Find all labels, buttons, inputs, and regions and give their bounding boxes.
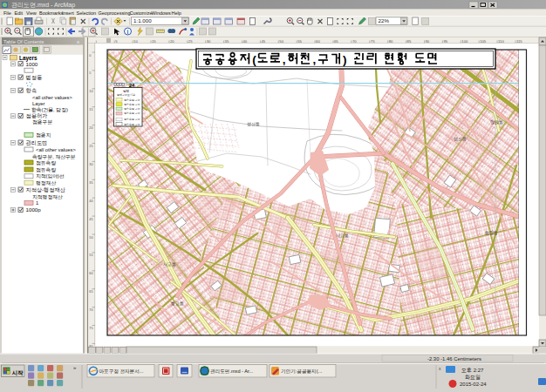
- svg-text:점유측량 구분: 점유측량 구분: [124, 107, 140, 111]
- svg-text:24: 24: [129, 83, 135, 88]
- svg-text:105: 105: [480, 39, 487, 44]
- svg-text:85: 85: [407, 39, 412, 44]
- svg-text:화요일: 화요일: [465, 375, 481, 380]
- svg-text:1000p: 1000p: [26, 206, 42, 213]
- svg-text:동교동: 동교동: [171, 301, 184, 306]
- svg-text:60: 60: [89, 272, 92, 275]
- svg-text:마포구청 전자문서...: 마포구청 전자문서...: [99, 368, 144, 374]
- svg-text:70: 70: [352, 39, 357, 44]
- svg-text:점유측량 구분: 점유측량 구분: [124, 118, 140, 121]
- svg-text:65: 65: [89, 290, 92, 294]
- svg-text:50: 50: [279, 39, 283, 44]
- svg-text:점유측량 구분: 점유측량 구분: [124, 103, 140, 106]
- svg-text:75: 75: [371, 39, 375, 44]
- svg-text:기안기:공공용지(...: 기안기:공공용지(...: [281, 368, 323, 375]
- svg-text:): ): [343, 53, 347, 66]
- svg-text:합정동: 합정동: [485, 230, 498, 236]
- svg-text:측량구분, 재산구분: 측량구분, 재산구분: [32, 154, 76, 159]
- svg-text:0: 0: [89, 54, 91, 57]
- svg-text:50: 50: [89, 236, 92, 240]
- svg-text:95: 95: [443, 39, 447, 44]
- svg-text:40: 40: [89, 199, 92, 203]
- svg-text:서교동: 서교동: [163, 261, 176, 267]
- svg-text:행정재산: 행정재산: [36, 180, 56, 186]
- svg-text:22%: 22%: [379, 17, 390, 24]
- svg-text:10: 10: [133, 39, 138, 44]
- svg-text:Edit: Edit: [15, 10, 24, 16]
- svg-text:100: 100: [461, 39, 468, 44]
- svg-text:i: i: [126, 29, 128, 35]
- svg-text:2015-02-24: 2015-02-24: [460, 382, 487, 387]
- svg-text:Bookmarks: Bookmarks: [39, 10, 64, 16]
- svg-text:15: 15: [152, 39, 156, 44]
- svg-text:1:1.000: 1:1.000: [133, 17, 152, 24]
- svg-text:x: x: [77, 39, 79, 44]
- svg-text:점용허가: 점용허가: [26, 112, 49, 118]
- svg-text:60: 60: [316, 39, 320, 44]
- svg-text:Help: Help: [172, 10, 181, 16]
- svg-text:1: 1: [36, 200, 38, 206]
- svg-text:Layer: Layer: [32, 101, 45, 106]
- svg-text:점유측량 구분: 점유측량 구분: [124, 123, 140, 126]
- svg-text:File: File: [3, 10, 11, 16]
- svg-text:20: 20: [89, 126, 92, 130]
- svg-text:65: 65: [334, 39, 338, 44]
- svg-text:70: 70: [89, 308, 92, 312]
- svg-text:점용지: 점용지: [36, 132, 51, 138]
- svg-text:5: 5: [89, 71, 91, 75]
- svg-text:10: 10: [89, 90, 92, 93]
- svg-text:15: 15: [89, 108, 92, 112]
- svg-text:<all other values>: <all other values>: [32, 95, 72, 100]
- svg-text:90: 90: [426, 39, 430, 44]
- svg-text:지적(임야)선: 지적(임야)선: [36, 173, 65, 179]
- svg-text:,: ,: [312, 53, 316, 66]
- svg-text:25: 25: [89, 145, 92, 148]
- svg-text:25: 25: [188, 39, 193, 44]
- svg-text:35: 35: [225, 39, 229, 44]
- svg-text:항측(건물, 담장): 항측(건물, 담장): [31, 107, 68, 112]
- svg-text:45: 45: [89, 218, 92, 221]
- svg-text:관리도면.mxd - Ar...: 관리도면.mxd - Ar...: [210, 368, 254, 374]
- svg-text:Windows: Windows: [152, 10, 172, 16]
- svg-text:35: 35: [89, 181, 92, 185]
- svg-text:범례구분표시함: 범례구분표시함: [117, 93, 135, 97]
- svg-text:관리도면: 관리도면: [26, 139, 48, 145]
- svg-text:75: 75: [89, 327, 92, 330]
- svg-text:지적상-행정재산: 지적상-행정재산: [26, 186, 65, 193]
- svg-text:Insert: Insert: [62, 10, 74, 16]
- svg-text:40: 40: [243, 39, 248, 44]
- svg-text:Geoprocessing: Geoprocessing: [99, 10, 131, 16]
- svg-text:45: 45: [261, 39, 265, 44]
- svg-text:View: View: [26, 10, 37, 16]
- svg-text:망원동: 망원동: [490, 119, 503, 125]
- svg-text:점유측량 구분: 점유측량 구분: [124, 112, 140, 115]
- svg-text:115: 115: [516, 39, 522, 44]
- svg-text:지적행정재산: 지적행정재산: [32, 194, 63, 200]
- svg-text:30: 30: [89, 163, 92, 166]
- svg-text:점유측량: 점유측량: [36, 160, 56, 166]
- svg-text:110: 110: [498, 39, 504, 44]
- svg-text:관리도면.mxd - ArcMap: 관리도면.mxd - ArcMap: [11, 2, 75, 9]
- svg-text:80: 80: [389, 39, 393, 44]
- svg-text:항측: 항측: [26, 87, 37, 94]
- svg-text:점유측량 구분: 점유측량 구분: [124, 98, 140, 102]
- svg-text:성산동: 성산동: [454, 136, 467, 142]
- svg-text:시작: 시작: [12, 369, 24, 376]
- svg-text:성산동: 성산동: [247, 121, 260, 127]
- svg-text:55: 55: [297, 39, 302, 44]
- svg-text:20: 20: [170, 39, 174, 44]
- svg-text:점용구분: 점용구분: [32, 119, 52, 125]
- svg-text:Table Of Contents: Table Of Contents: [3, 39, 44, 44]
- svg-text:오후 2:27: 오후 2:27: [461, 368, 484, 373]
- svg-text:55: 55: [89, 253, 92, 257]
- svg-text:-2.30 -1.46 Centimeters: -2.30 -1.46 Centimeters: [427, 356, 481, 362]
- svg-text:서교동: 서교동: [336, 233, 349, 238]
- svg-text:(: (: [252, 53, 256, 66]
- svg-text:법정동: 법정동: [26, 74, 43, 81]
- svg-text:Customize: Customize: [130, 10, 153, 16]
- svg-text:<all other values>: <all other values>: [36, 147, 76, 152]
- svg-text:1000: 1000: [26, 61, 38, 67]
- svg-text:30: 30: [207, 39, 211, 44]
- svg-text:점유측량: 점유측량: [36, 167, 56, 172]
- svg-text:,: ,: [283, 53, 286, 66]
